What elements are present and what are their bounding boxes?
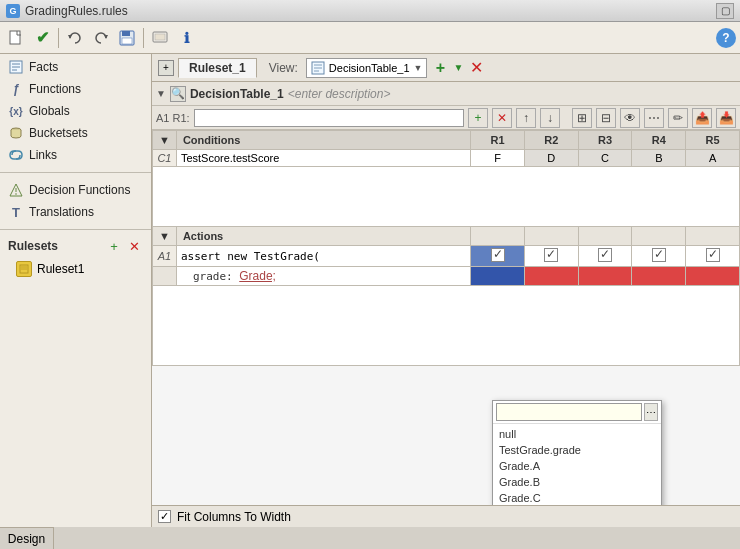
decision-table: ▼ Conditions R1 R2 R3 R4 R5 xyxy=(152,130,740,366)
tab-bar: + Ruleset_1 View: DecisionTable_1 ▼ + ▼ … xyxy=(152,54,740,82)
fit-checkbox[interactable]: ✓ xyxy=(158,510,171,523)
cond-c1-r4[interactable]: B xyxy=(632,150,686,167)
action-grade-r1-active[interactable] xyxy=(471,267,525,286)
check-r2 xyxy=(544,248,558,262)
action-grade-r3[interactable] xyxy=(578,267,632,286)
description-placeholder: <enter description> xyxy=(288,87,391,101)
decision-functions-label: Decision Functions xyxy=(29,183,130,197)
ruleset-item-ruleset1[interactable]: Ruleset1 xyxy=(0,258,151,280)
redo-btn[interactable] xyxy=(89,26,113,50)
svg-rect-7 xyxy=(155,34,165,40)
rules-table: ▼ Conditions R1 R2 R3 R4 R5 xyxy=(152,130,740,366)
sidebar-item-globals[interactable]: {x} Globals xyxy=(0,100,151,122)
save-btn[interactable] xyxy=(115,26,139,50)
description-bar: ▼ 🔍 DecisionTable_1 <enter description> xyxy=(152,82,740,106)
add-view-btn[interactable]: + xyxy=(431,59,449,77)
design-tab[interactable]: Design xyxy=(0,527,54,549)
grade-dropdown[interactable]: ⋯ null TestGrade.grade Grade.A Grade.B G… xyxy=(492,400,662,505)
rulesets-label: Rulesets xyxy=(8,239,58,253)
add-view-dropdown-arrow[interactable]: ▼ xyxy=(453,62,463,73)
action-id-a1: A1 xyxy=(153,246,177,267)
svg-rect-4 xyxy=(122,31,130,36)
row-input[interactable] xyxy=(194,109,464,127)
sidebar-item-translations[interactable]: T Translations xyxy=(0,201,151,223)
condition-row-c1: C1 TestScore.testScore F D C B A xyxy=(153,150,740,167)
row-col-btn[interactable]: ⊟ xyxy=(596,108,616,128)
action-grade-r2[interactable] xyxy=(524,267,578,286)
main-layout: Facts ƒ Functions {x} Globals Bucketsets xyxy=(0,54,740,527)
view-label: View: xyxy=(269,61,298,75)
svg-point-15 xyxy=(15,193,17,195)
action-check-r5[interactable] xyxy=(686,246,740,267)
dropdown-item-grade-a[interactable]: Grade.A xyxy=(493,458,661,474)
tab-expand-btn[interactable]: + xyxy=(158,60,174,76)
view-dropdown[interactable]: DecisionTable_1 ▼ xyxy=(306,58,428,78)
check-r3 xyxy=(598,248,612,262)
dropdown-item-grade-b[interactable]: Grade.B xyxy=(493,474,661,490)
col-r5: R5 xyxy=(686,131,740,150)
fit-columns-label: Fit Columns To Width xyxy=(177,510,291,524)
row-del-btn[interactable]: ✕ xyxy=(492,108,512,128)
cond-c1-r2[interactable]: D xyxy=(524,150,578,167)
row-edit-btn[interactable]: ✏ xyxy=(668,108,688,128)
maximize-button[interactable]: ▢ xyxy=(716,3,734,19)
row-add-btn[interactable]: + xyxy=(468,108,488,128)
table-name: DecisionTable_1 xyxy=(190,87,284,101)
undo-btn[interactable] xyxy=(63,26,87,50)
section-collapse-btn[interactable]: ▼ xyxy=(153,131,177,150)
svg-marker-1 xyxy=(68,35,72,39)
row-import-btn[interactable]: 📥 xyxy=(716,108,736,128)
dropdown-browse-btn[interactable]: ⋯ xyxy=(644,403,658,421)
action-check-r2[interactable] xyxy=(524,246,578,267)
help-button[interactable]: ? xyxy=(716,28,736,48)
deploy-btn[interactable] xyxy=(148,26,172,50)
sidebar-item-functions[interactable]: ƒ Functions xyxy=(0,78,151,100)
actions-section-header: ▼ Actions xyxy=(153,227,740,246)
action-code-a1[interactable]: assert new TestGrade( xyxy=(176,246,470,267)
table-wrapper: ▼ Conditions R1 R2 R3 R4 R5 xyxy=(152,130,740,505)
add-ruleset-btn[interactable]: + xyxy=(105,237,123,255)
new-file-btn[interactable] xyxy=(4,26,28,50)
action-grade-spacer xyxy=(153,267,177,286)
row-label: A1 R1: xyxy=(156,112,190,124)
row-bar: A1 R1: + ✕ ↑ ↓ ⊞ ⊟ 👁 ⋯ ✏ 📤 📥 xyxy=(152,106,740,130)
sidebar-item-links[interactable]: Links xyxy=(0,144,151,166)
check-r4 xyxy=(652,248,666,262)
check-r1 xyxy=(491,248,505,262)
dropdown-input-row: ⋯ xyxy=(493,401,661,424)
tab-ruleset1[interactable]: Ruleset_1 xyxy=(178,58,257,78)
dropdown-item-testgrade-grade[interactable]: TestGrade.grade xyxy=(493,442,661,458)
action-check-r4[interactable] xyxy=(632,246,686,267)
actions-collapse-btn[interactable]: ▼ xyxy=(153,227,177,246)
search-btn[interactable]: 🔍 xyxy=(170,86,186,102)
del-view-btn[interactable]: ✕ xyxy=(467,59,485,77)
row-more-btn[interactable]: ⋯ xyxy=(644,108,664,128)
conditions-section-header: ▼ Conditions R1 R2 R3 R4 R5 xyxy=(153,131,740,150)
action-grade-r5[interactable] xyxy=(686,267,740,286)
row-eye-btn[interactable]: 👁 xyxy=(620,108,640,128)
action-check-r1[interactable] xyxy=(471,246,525,267)
del-ruleset-btn[interactable]: ✕ xyxy=(125,237,143,255)
action-grade-r4[interactable] xyxy=(632,267,686,286)
row-grid-btn[interactable]: ⊞ xyxy=(572,108,592,128)
row-up-btn[interactable]: ↑ xyxy=(516,108,536,128)
sidebar-item-facts[interactable]: Facts xyxy=(0,56,151,78)
condition-name-c1[interactable]: TestScore.testScore xyxy=(176,150,470,167)
actions-header-cell: Actions xyxy=(176,227,470,246)
cond-c1-r1[interactable]: F xyxy=(471,150,525,167)
cond-c1-r3[interactable]: C xyxy=(578,150,632,167)
row-export-btn[interactable]: 📤 xyxy=(692,108,712,128)
sidebar-item-decision-functions[interactable]: Decision Functions xyxy=(0,179,151,201)
globals-icon: {x} xyxy=(8,103,24,119)
row-down-btn[interactable]: ↓ xyxy=(540,108,560,128)
action-check-r3[interactable] xyxy=(578,246,632,267)
dropdown-item-null[interactable]: null xyxy=(493,426,661,442)
sidebar-item-bucketsets[interactable]: Bucketsets xyxy=(0,122,151,144)
info-btn[interactable]: ℹ xyxy=(174,26,198,50)
collapse-btn[interactable]: ▼ xyxy=(156,88,166,99)
validate-btn[interactable]: ✔ xyxy=(30,26,54,50)
dropdown-item-grade-c[interactable]: Grade.C xyxy=(493,490,661,505)
dropdown-search-input[interactable] xyxy=(496,403,642,421)
action-grade-field[interactable]: grade: Grade; xyxy=(176,267,470,286)
cond-c1-r5[interactable]: A xyxy=(686,150,740,167)
